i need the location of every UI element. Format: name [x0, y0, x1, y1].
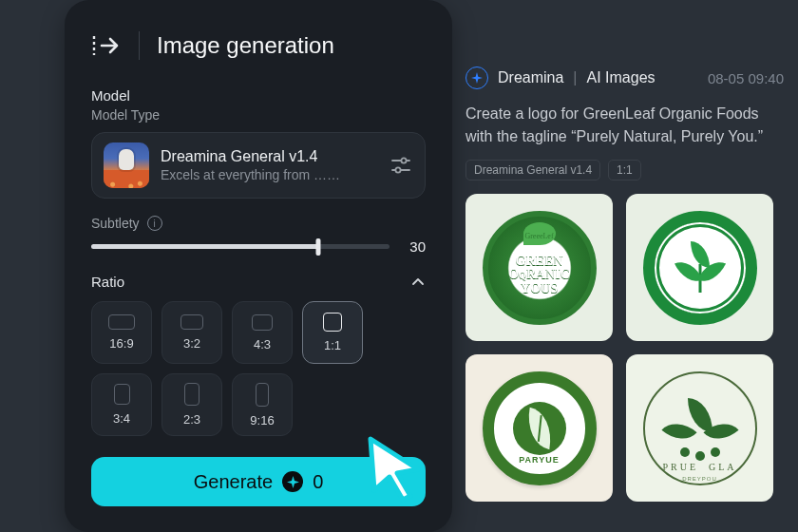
model-name: Dreamina General v1.4 — [161, 148, 377, 165]
svg-point-2 — [401, 158, 406, 162]
header-divider — [139, 31, 140, 60]
sparkle-icon — [282, 471, 303, 492]
result-thumb[interactable]: PRUE GLA DREYPOU — [626, 354, 773, 502]
feed-timestamp: 08-05 09:40 — [708, 70, 784, 86]
result-thumb[interactable]: GreeeLef GREENOQRANICYOUS — [466, 194, 613, 341]
ratio-option-3x2[interactable]: 3:2 — [162, 301, 222, 364]
settings-icon[interactable] — [389, 153, 413, 178]
ratio-shape — [108, 314, 135, 330]
subtlety-slider[interactable]: 30 — [91, 238, 426, 255]
subtlety-value: 30 — [403, 238, 426, 255]
model-section-label: Model — [91, 87, 426, 104]
feed-header: Dreamina | AI Images 08-05 09:40 — [466, 66, 784, 89]
info-icon[interactable]: i — [147, 216, 162, 231]
ratio-label: 3:2 — [183, 336, 200, 351]
chevron-up-icon — [410, 275, 426, 290]
ratio-label: 1:1 — [324, 338, 341, 352]
result-gallery: GreeeLef GREENOQRANICYOUS PARYUE PRUE GL… — [466, 194, 784, 502]
source-name: Dreamina — [498, 69, 563, 86]
ratio-option-1x1[interactable]: 1:1 — [302, 301, 363, 364]
model-thumbnail — [104, 142, 149, 188]
ratio-option-9x16[interactable]: 9:16 — [232, 373, 293, 436]
ratio-option-2x3[interactable]: 2:3 — [162, 373, 222, 436]
page-title: Image generation — [157, 32, 334, 59]
result-feed: Dreamina | AI Images 08-05 09:40 Create … — [466, 66, 784, 502]
ratio-label: 16:9 — [109, 336, 133, 351]
result-thumb[interactable]: PARYUE — [466, 354, 613, 502]
ratio-label: 2:3 — [183, 412, 200, 427]
ratio-header[interactable]: Ratio — [91, 274, 426, 290]
model-type-label: Model Type — [91, 107, 426, 123]
source-kind: AI Images — [587, 69, 656, 86]
generation-panel: Image generation Model Model Type Dreami… — [65, 0, 452, 532]
ratio-shape — [252, 314, 273, 331]
ratio-shape — [180, 314, 203, 330]
model-description: Excels at everything from …… — [161, 167, 377, 182]
model-selector[interactable]: Dreamina General v1.4 Excels at everythi… — [91, 132, 426, 199]
prompt-tag: 1:1 — [608, 160, 641, 180]
ratio-option-4x3[interactable]: 4:3 — [232, 301, 293, 364]
prompt-tag: Dreamina General v1.4 — [466, 160, 600, 180]
generate-cost: 0 — [313, 471, 323, 493]
ratio-label: 3:4 — [113, 411, 130, 426]
ratio-section-label: Ratio — [91, 274, 124, 290]
ratio-shape — [184, 383, 200, 406]
svg-point-4 — [395, 167, 400, 172]
prompt-text: Create a logo for GreenLeaf Organic Food… — [466, 103, 784, 148]
ratio-label: 4:3 — [254, 337, 271, 352]
source-badge-icon — [466, 66, 488, 89]
ratio-shape — [114, 384, 130, 405]
ratio-shape — [323, 313, 342, 332]
ratio-option-16x9[interactable]: 16:9 — [91, 301, 152, 364]
subtlety-row: Subtlety i — [91, 216, 426, 231]
ratio-grid: 16:93:24:31:13:42:39:16 — [91, 301, 426, 436]
ratio-shape — [256, 383, 269, 407]
collapse-icon[interactable] — [91, 30, 122, 61]
source-separator: | — [573, 69, 577, 86]
ratio-label: 9:16 — [250, 413, 274, 428]
generate-label: Generate — [194, 471, 273, 493]
subtlety-label: Subtlety — [91, 216, 140, 231]
result-thumb[interactable] — [626, 194, 773, 341]
ratio-option-3x4[interactable]: 3:4 — [91, 373, 152, 436]
tag-row: Dreamina General v1.41:1 — [466, 160, 784, 180]
generate-button[interactable]: Generate 0 — [91, 457, 426, 506]
panel-header: Image generation — [91, 30, 426, 61]
